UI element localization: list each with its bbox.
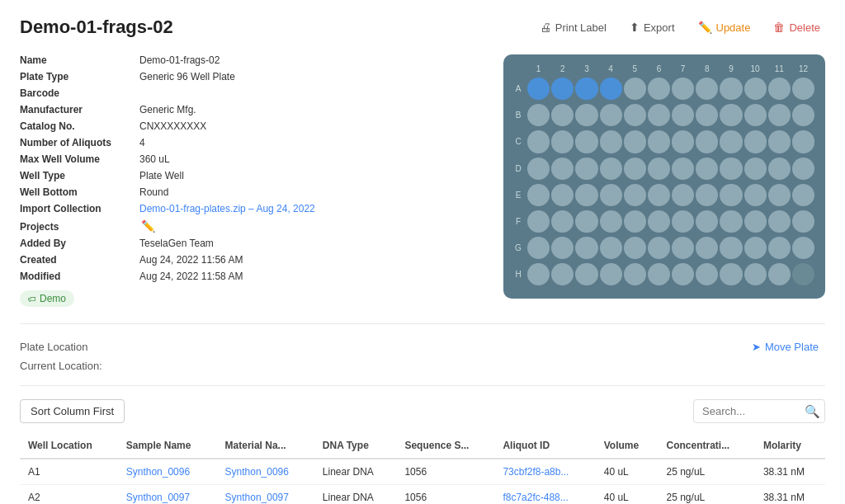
well-a1[interactable] <box>527 78 550 100</box>
well-a11[interactable] <box>768 78 791 100</box>
well-h8[interactable] <box>696 263 718 285</box>
well-b12[interactable] <box>792 104 814 126</box>
well-e6[interactable] <box>648 184 670 206</box>
well-a12[interactable] <box>792 78 814 100</box>
well-b5[interactable] <box>624 104 646 126</box>
well-e12[interactable] <box>792 184 814 206</box>
well-c5[interactable] <box>624 130 646 153</box>
well-d6[interactable] <box>648 158 670 180</box>
well-c7[interactable] <box>672 130 694 153</box>
sort-column-button[interactable]: Sort Column First <box>20 399 125 423</box>
well-a2[interactable] <box>551 78 574 100</box>
well-d8[interactable] <box>696 158 718 180</box>
well-a3[interactable] <box>575 78 597 100</box>
well-a10[interactable] <box>744 78 767 100</box>
well-f10[interactable] <box>744 210 767 233</box>
export-button[interactable]: ⬆ Export <box>625 17 680 37</box>
delete-button[interactable]: 🗑 Delete <box>768 17 825 37</box>
well-g3[interactable] <box>575 237 597 259</box>
well-c3[interactable] <box>575 130 597 153</box>
well-c9[interactable] <box>720 130 742 153</box>
table-cell[interactable]: Synthon_0097 <box>118 485 217 505</box>
well-a5[interactable] <box>624 78 646 100</box>
well-g12[interactable] <box>792 237 814 259</box>
well-h11[interactable] <box>768 263 791 285</box>
well-e5[interactable] <box>624 184 646 206</box>
well-b11[interactable] <box>768 104 791 126</box>
well-b4[interactable] <box>600 104 622 126</box>
well-f3[interactable] <box>575 210 597 233</box>
well-d10[interactable] <box>744 158 767 180</box>
well-g8[interactable] <box>696 237 718 259</box>
well-d12[interactable] <box>792 158 814 180</box>
well-e7[interactable] <box>672 184 694 206</box>
well-h5[interactable] <box>624 263 646 285</box>
well-b1[interactable] <box>527 104 550 126</box>
table-cell[interactable]: Synthon_0096 <box>118 459 217 485</box>
well-h3[interactable] <box>575 263 597 285</box>
well-g4[interactable] <box>600 237 622 259</box>
well-c10[interactable] <box>744 130 767 153</box>
well-e1[interactable] <box>527 184 550 206</box>
search-icon-button[interactable]: 🔍 <box>805 404 820 419</box>
well-h4[interactable] <box>600 263 622 285</box>
well-f8[interactable] <box>696 210 718 233</box>
well-d3[interactable] <box>575 158 597 180</box>
well-f12[interactable] <box>792 210 814 233</box>
well-e4[interactable] <box>600 184 622 206</box>
well-a4[interactable] <box>600 78 622 100</box>
table-cell[interactable]: f8c7a2fc-488... <box>494 485 595 505</box>
well-b7[interactable] <box>672 104 694 126</box>
well-h12[interactable] <box>792 263 814 285</box>
well-b8[interactable] <box>696 104 718 126</box>
well-d2[interactable] <box>551 158 574 180</box>
well-c6[interactable] <box>648 130 670 153</box>
import-collection-link[interactable]: Demo-01-frag-plates.zip – Aug 24, 2022 <box>139 203 315 214</box>
well-g7[interactable] <box>672 237 694 259</box>
projects-edit-icon[interactable]: ✏️ <box>141 219 155 233</box>
well-h1[interactable] <box>527 263 550 285</box>
well-a9[interactable] <box>720 78 742 100</box>
well-e10[interactable] <box>744 184 767 206</box>
well-e9[interactable] <box>720 184 742 206</box>
well-d1[interactable] <box>527 158 550 180</box>
well-h7[interactable] <box>672 263 694 285</box>
well-g11[interactable] <box>768 237 791 259</box>
well-b3[interactable] <box>575 104 597 126</box>
well-f4[interactable] <box>600 210 622 233</box>
well-g9[interactable] <box>720 237 742 259</box>
well-g6[interactable] <box>648 237 670 259</box>
well-g5[interactable] <box>624 237 646 259</box>
well-h6[interactable] <box>648 263 670 285</box>
well-e2[interactable] <box>551 184 574 206</box>
well-f11[interactable] <box>768 210 791 233</box>
well-h2[interactable] <box>551 263 574 285</box>
print-label-button[interactable]: 🖨 Print Label <box>535 17 611 37</box>
well-c8[interactable] <box>696 130 718 153</box>
well-c1[interactable] <box>527 130 550 153</box>
well-d5[interactable] <box>624 158 646 180</box>
well-d9[interactable] <box>720 158 742 180</box>
well-f7[interactable] <box>672 210 694 233</box>
well-b9[interactable] <box>720 104 742 126</box>
well-b10[interactable] <box>744 104 767 126</box>
well-c11[interactable] <box>768 130 791 153</box>
well-g2[interactable] <box>551 237 574 259</box>
well-a6[interactable] <box>648 78 670 100</box>
well-f2[interactable] <box>551 210 574 233</box>
well-f5[interactable] <box>624 210 646 233</box>
well-f6[interactable] <box>648 210 670 233</box>
well-d11[interactable] <box>768 158 791 180</box>
well-h9[interactable] <box>720 263 742 285</box>
update-button[interactable]: ✏️ Update <box>693 17 756 37</box>
well-b6[interactable] <box>648 104 670 126</box>
well-b2[interactable] <box>551 104 574 126</box>
well-c12[interactable] <box>792 130 814 153</box>
table-cell[interactable]: Synthon_0096 <box>217 459 314 485</box>
well-e8[interactable] <box>696 184 718 206</box>
well-a8[interactable] <box>696 78 718 100</box>
well-c2[interactable] <box>551 130 574 153</box>
well-e11[interactable] <box>768 184 791 206</box>
well-g1[interactable] <box>527 237 550 259</box>
well-d4[interactable] <box>600 158 622 180</box>
